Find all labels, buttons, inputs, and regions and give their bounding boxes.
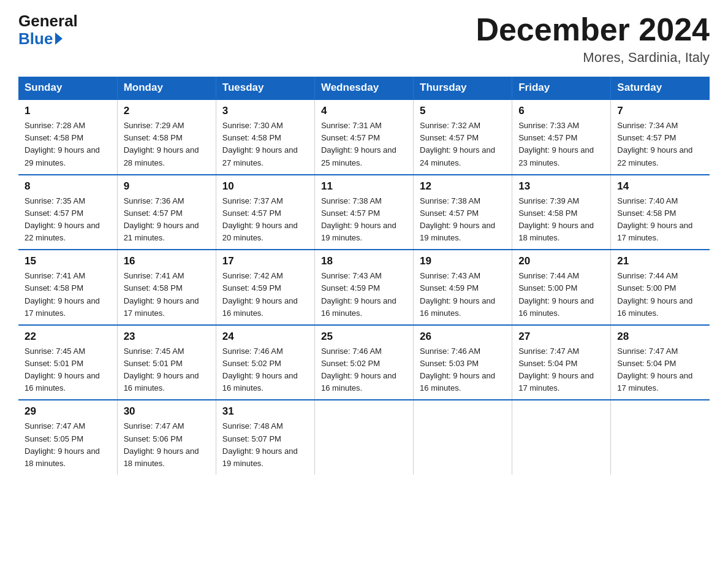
day-info: Sunrise: 7:47 AMSunset: 5:04 PMDaylight:… <box>518 345 604 395</box>
calendar-day-cell: 10 Sunrise: 7:37 AMSunset: 4:57 PMDaylig… <box>216 175 314 250</box>
day-number: 15 <box>25 255 111 267</box>
day-info: Sunrise: 7:29 AMSunset: 4:58 PMDaylight:… <box>124 120 210 169</box>
day-of-week-header: Thursday <box>414 77 512 99</box>
day-of-week-header: Wednesday <box>314 77 413 99</box>
day-of-week-header: Sunday <box>18 77 117 99</box>
day-info: Sunrise: 7:40 AMSunset: 4:58 PMDaylight:… <box>617 195 703 245</box>
calendar-day-cell: 3 Sunrise: 7:30 AMSunset: 4:58 PMDayligh… <box>216 99 314 175</box>
logo-general-text: General <box>18 12 78 30</box>
day-info: Sunrise: 7:33 AMSunset: 4:57 PMDaylight:… <box>518 120 604 169</box>
day-info: Sunrise: 7:45 AMSunset: 5:01 PMDaylight:… <box>124 345 210 395</box>
day-info: Sunrise: 7:47 AMSunset: 5:04 PMDaylight:… <box>617 345 703 395</box>
day-of-week-header: Saturday <box>611 77 710 99</box>
day-number: 29 <box>25 405 111 418</box>
day-number: 28 <box>617 331 703 343</box>
day-info: Sunrise: 7:41 AMSunset: 4:58 PMDaylight:… <box>25 270 111 320</box>
calendar-week-row: 15 Sunrise: 7:41 AMSunset: 4:58 PMDaylig… <box>18 250 710 325</box>
day-info: Sunrise: 7:30 AMSunset: 4:58 PMDaylight:… <box>222 120 308 169</box>
day-number: 25 <box>321 331 407 343</box>
day-info: Sunrise: 7:32 AMSunset: 4:57 PMDaylight:… <box>420 120 506 169</box>
day-number: 20 <box>518 255 604 267</box>
calendar-day-cell: 5 Sunrise: 7:32 AMSunset: 4:57 PMDayligh… <box>414 99 512 175</box>
calendar-day-cell: 13 Sunrise: 7:39 AMSunset: 4:58 PMDaylig… <box>512 175 611 250</box>
calendar-day-cell: 8 Sunrise: 7:35 AMSunset: 4:57 PMDayligh… <box>18 175 117 250</box>
day-number: 9 <box>124 180 210 193</box>
day-info: Sunrise: 7:41 AMSunset: 4:58 PMDaylight:… <box>124 270 210 320</box>
calendar-day-cell: 4 Sunrise: 7:31 AMSunset: 4:57 PMDayligh… <box>314 99 413 175</box>
day-info: Sunrise: 7:31 AMSunset: 4:57 PMDaylight:… <box>321 120 407 169</box>
day-info: Sunrise: 7:36 AMSunset: 4:57 PMDaylight:… <box>124 195 210 245</box>
day-number: 4 <box>321 105 407 117</box>
day-number: 7 <box>617 105 703 117</box>
day-number: 21 <box>617 255 703 267</box>
calendar-day-cell: 22 Sunrise: 7:45 AMSunset: 5:01 PMDaylig… <box>18 325 117 400</box>
calendar-day-cell: 31 Sunrise: 7:48 AMSunset: 5:07 PMDaylig… <box>216 400 314 475</box>
day-header-row: SundayMondayTuesdayWednesdayThursdayFrid… <box>18 77 710 99</box>
calendar-day-cell: 27 Sunrise: 7:47 AMSunset: 5:04 PMDaylig… <box>512 325 611 400</box>
day-of-week-header: Monday <box>117 77 216 99</box>
calendar-day-cell: 9 Sunrise: 7:36 AMSunset: 4:57 PMDayligh… <box>117 175 216 250</box>
calendar-day-cell <box>314 400 413 475</box>
calendar-day-cell: 11 Sunrise: 7:38 AMSunset: 4:57 PMDaylig… <box>314 175 413 250</box>
day-number: 24 <box>222 331 308 343</box>
day-number: 14 <box>617 180 703 193</box>
day-number: 13 <box>518 180 604 193</box>
day-info: Sunrise: 7:37 AMSunset: 4:57 PMDaylight:… <box>222 195 308 245</box>
calendar-day-cell: 17 Sunrise: 7:42 AMSunset: 4:59 PMDaylig… <box>216 250 314 325</box>
day-number: 22 <box>25 331 111 343</box>
calendar-week-row: 29 Sunrise: 7:47 AMSunset: 5:05 PMDaylig… <box>18 400 710 475</box>
day-info: Sunrise: 7:47 AMSunset: 5:06 PMDaylight:… <box>124 420 210 470</box>
calendar-day-cell: 2 Sunrise: 7:29 AMSunset: 4:58 PMDayligh… <box>117 99 216 175</box>
page-header: General Blue December 2024 Mores, Sardin… <box>18 12 710 66</box>
calendar-day-cell: 29 Sunrise: 7:47 AMSunset: 5:05 PMDaylig… <box>18 400 117 475</box>
day-of-week-header: Friday <box>512 77 611 99</box>
day-info: Sunrise: 7:46 AMSunset: 5:03 PMDaylight:… <box>420 345 506 395</box>
calendar-week-row: 1 Sunrise: 7:28 AMSunset: 4:58 PMDayligh… <box>18 99 710 175</box>
day-info: Sunrise: 7:46 AMSunset: 5:02 PMDaylight:… <box>321 345 407 395</box>
calendar-week-row: 22 Sunrise: 7:45 AMSunset: 5:01 PMDaylig… <box>18 325 710 400</box>
day-number: 11 <box>321 180 407 193</box>
day-number: 26 <box>420 331 506 343</box>
calendar-day-cell: 14 Sunrise: 7:40 AMSunset: 4:58 PMDaylig… <box>611 175 710 250</box>
calendar-day-cell: 6 Sunrise: 7:33 AMSunset: 4:57 PMDayligh… <box>512 99 611 175</box>
calendar-week-row: 8 Sunrise: 7:35 AMSunset: 4:57 PMDayligh… <box>18 175 710 250</box>
day-number: 27 <box>518 331 604 343</box>
day-info: Sunrise: 7:39 AMSunset: 4:58 PMDaylight:… <box>518 195 604 245</box>
day-info: Sunrise: 7:47 AMSunset: 5:05 PMDaylight:… <box>25 420 111 470</box>
day-info: Sunrise: 7:48 AMSunset: 5:07 PMDaylight:… <box>222 420 308 470</box>
day-info: Sunrise: 7:46 AMSunset: 5:02 PMDaylight:… <box>222 345 308 395</box>
calendar-day-cell: 21 Sunrise: 7:44 AMSunset: 5:00 PMDaylig… <box>611 250 710 325</box>
day-number: 16 <box>124 255 210 267</box>
day-info: Sunrise: 7:44 AMSunset: 5:00 PMDaylight:… <box>617 270 703 320</box>
day-info: Sunrise: 7:34 AMSunset: 4:57 PMDaylight:… <box>617 120 703 169</box>
day-number: 10 <box>222 180 308 193</box>
calendar-day-cell: 18 Sunrise: 7:43 AMSunset: 4:59 PMDaylig… <box>314 250 413 325</box>
day-info: Sunrise: 7:35 AMSunset: 4:57 PMDaylight:… <box>25 195 111 245</box>
location-subtitle: Mores, Sardinia, Italy <box>476 50 710 66</box>
calendar-day-cell: 30 Sunrise: 7:47 AMSunset: 5:06 PMDaylig… <box>117 400 216 475</box>
calendar-day-cell: 28 Sunrise: 7:47 AMSunset: 5:04 PMDaylig… <box>611 325 710 400</box>
calendar-day-cell: 25 Sunrise: 7:46 AMSunset: 5:02 PMDaylig… <box>314 325 413 400</box>
day-number: 8 <box>25 180 111 193</box>
day-number: 12 <box>420 180 506 193</box>
calendar-title: December 2024 <box>476 12 710 47</box>
day-info: Sunrise: 7:38 AMSunset: 4:57 PMDaylight:… <box>321 195 407 245</box>
calendar-day-cell: 24 Sunrise: 7:46 AMSunset: 5:02 PMDaylig… <box>216 325 314 400</box>
calendar-day-cell: 12 Sunrise: 7:38 AMSunset: 4:57 PMDaylig… <box>414 175 512 250</box>
day-info: Sunrise: 7:45 AMSunset: 5:01 PMDaylight:… <box>25 345 111 395</box>
day-number: 1 <box>25 105 111 117</box>
calendar-day-cell: 15 Sunrise: 7:41 AMSunset: 4:58 PMDaylig… <box>18 250 117 325</box>
day-number: 3 <box>222 105 308 117</box>
day-number: 18 <box>321 255 407 267</box>
calendar-day-cell: 16 Sunrise: 7:41 AMSunset: 4:58 PMDaylig… <box>117 250 216 325</box>
calendar-day-cell: 23 Sunrise: 7:45 AMSunset: 5:01 PMDaylig… <box>117 325 216 400</box>
day-info: Sunrise: 7:28 AMSunset: 4:58 PMDaylight:… <box>25 120 111 169</box>
logo-blue-text: Blue <box>18 30 53 48</box>
logo: General Blue <box>18 12 78 47</box>
calendar-day-cell: 26 Sunrise: 7:46 AMSunset: 5:03 PMDaylig… <box>414 325 512 400</box>
day-info: Sunrise: 7:43 AMSunset: 4:59 PMDaylight:… <box>420 270 506 320</box>
day-number: 17 <box>222 255 308 267</box>
day-number: 5 <box>420 105 506 117</box>
calendar-day-cell: 1 Sunrise: 7:28 AMSunset: 4:58 PMDayligh… <box>18 99 117 175</box>
calendar-day-cell <box>611 400 710 475</box>
